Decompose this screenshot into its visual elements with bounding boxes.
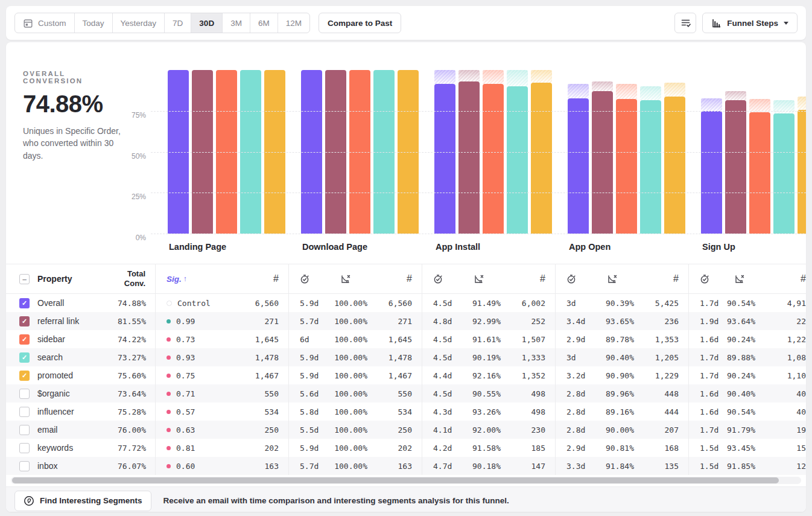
conversion-rate: 91.49%: [457, 299, 501, 308]
date-range-today[interactable]: Today: [75, 13, 113, 33]
table-row: ✓promoted75.60%0.751,4675.9d100.00%1,467…: [6, 366, 806, 384]
date-range-7d[interactable]: 7D: [165, 13, 191, 33]
time-to-convert: 3d: [556, 299, 591, 308]
step-count: 163: [234, 462, 288, 471]
summary-description: Uniques in Specific Order, who converted…: [23, 125, 124, 162]
time-to-convert: 2.9d: [556, 444, 591, 453]
segment-checkbox[interactable]: ✓: [19, 334, 30, 345]
filter-check-icon: [680, 18, 691, 28]
time-to-convert: 4.2d: [422, 444, 457, 453]
compare-to-past-button[interactable]: Compare to Past: [319, 13, 401, 33]
count-column-header: #: [634, 273, 688, 284]
date-range-6m[interactable]: 6M: [250, 13, 278, 33]
funnel-bar[interactable]: [592, 91, 613, 234]
funnel-bar[interactable]: [531, 83, 552, 234]
step-count: 230: [501, 425, 555, 435]
time-to-convert: 3d: [556, 353, 591, 362]
table-rows: ✓Overall74.88%Control6,5605.9d100.00%6,5…: [6, 294, 806, 475]
segment-checkbox[interactable]: [19, 425, 30, 435]
funnel-bar[interactable]: [749, 112, 770, 234]
significance-dot: [167, 428, 171, 432]
time-to-convert: 1.7d: [689, 425, 724, 435]
checkbox-cell: [6, 443, 37, 453]
find-interesting-segments-button[interactable]: Find Interesting Segments: [14, 491, 151, 511]
significance-cell: 0.99: [156, 317, 234, 326]
time-to-convert: 6d: [289, 335, 324, 344]
funnel-bar[interactable]: [664, 97, 685, 234]
funnel-bar[interactable]: [725, 100, 746, 234]
header-section-step-3: #: [422, 264, 555, 293]
horizontal-scrollbar-thumb[interactable]: [12, 477, 779, 483]
significance-cell: 0.81: [156, 444, 234, 453]
funnel-bar[interactable]: [507, 86, 528, 234]
section-landing-page: 0.731,645: [155, 330, 288, 348]
section-landing-page: 0.81202: [155, 439, 288, 457]
funnel-bar[interactable]: [434, 84, 455, 234]
previous-step-ghost: [798, 97, 806, 110]
step-count: 1,352: [501, 371, 555, 380]
funnel-bar[interactable]: [616, 99, 637, 234]
date-range-yesterday[interactable]: Yesterday: [113, 13, 165, 33]
segment-checkbox[interactable]: [19, 443, 30, 453]
step-count: 19: [755, 425, 806, 435]
previous-step-ghost: [483, 70, 504, 84]
date-range-30d[interactable]: 30D: [191, 13, 223, 33]
stopwatch-icon: [433, 274, 443, 284]
date-range-12m[interactable]: 12M: [278, 13, 309, 33]
table-row: inbox76.07%0.601635.7d100.00%1634.7d90.1…: [6, 457, 806, 475]
header-checkbox-cell: –: [6, 274, 37, 284]
segment-checkbox[interactable]: ✓: [19, 371, 30, 381]
previous-step-ghost: [701, 98, 722, 111]
section-landing-page: 0.57534: [155, 403, 288, 421]
section-step-2: 5.9d100.00%202: [288, 439, 422, 457]
conversion-rate: 90.90%: [591, 371, 634, 380]
segment-name: $organic: [37, 389, 118, 398]
funnel-bar[interactable]: [798, 110, 806, 234]
time-to-convert: 1.6d: [689, 407, 724, 416]
funnel-bar[interactable]: [568, 98, 589, 234]
funnel-bar[interactable]: [773, 113, 795, 234]
step-count: 1,645: [234, 335, 288, 344]
previous-step-ghost: [568, 84, 589, 98]
conversion-rate: 90.54%: [724, 407, 755, 416]
step-count: 1,478: [234, 353, 288, 362]
date-range-custom[interactable]: Custom: [15, 13, 75, 33]
time-to-convert: 4.4d: [422, 371, 457, 380]
y-tick-label: 25%: [132, 193, 146, 201]
segment-checkbox[interactable]: ✓: [19, 316, 30, 326]
funnel-bar[interactable]: [483, 84, 504, 234]
filter-list-button[interactable]: [674, 13, 696, 33]
conversion-rate: 100.00%: [324, 317, 367, 326]
step-count: 1,467: [234, 371, 288, 380]
segment-checkbox[interactable]: ✓: [19, 298, 30, 308]
section-step-2: 5.9d100.00%1,478: [288, 348, 422, 366]
select-all-checkbox[interactable]: –: [19, 274, 30, 284]
segment-checkbox[interactable]: ✓: [19, 352, 30, 363]
bar-chart-icon: [711, 18, 722, 28]
date-range-3m[interactable]: 3M: [223, 13, 250, 33]
funnel-bar[interactable]: [640, 100, 661, 234]
table-row: ✓search73.27%0.931,4785.9d100.00%1,4784.…: [6, 348, 806, 366]
section-step-4: 2.9d90.81%168: [555, 439, 688, 457]
date-range-label: 12M: [286, 19, 302, 28]
time-to-convert-column-header: [689, 274, 724, 284]
significance-column-header[interactable]: Sig.↑: [156, 275, 234, 284]
step-count: 12: [755, 462, 806, 471]
segment-checkbox[interactable]: [19, 461, 30, 471]
segment-checkbox[interactable]: [19, 407, 30, 417]
conversion-rate: 92.00%: [457, 425, 501, 435]
segment-name: email: [37, 425, 118, 435]
property-cell: $organic73.64%: [6, 384, 155, 403]
step-count: 534: [367, 407, 422, 416]
step-count: 1,205: [634, 353, 688, 362]
time-to-convert: 1.5d: [689, 462, 724, 471]
bar-search: [640, 86, 661, 234]
significance-value: 0.71: [176, 389, 195, 398]
section-landing-page: 0.751,467: [155, 366, 288, 384]
bar-sidebar: [616, 84, 637, 234]
segment-checkbox[interactable]: [19, 389, 30, 399]
funnel-steps-dropdown[interactable]: Funnel Steps: [702, 13, 798, 33]
step-count: 1,333: [501, 353, 555, 362]
funnel-bar[interactable]: [458, 81, 480, 234]
funnel-bar[interactable]: [701, 111, 722, 234]
